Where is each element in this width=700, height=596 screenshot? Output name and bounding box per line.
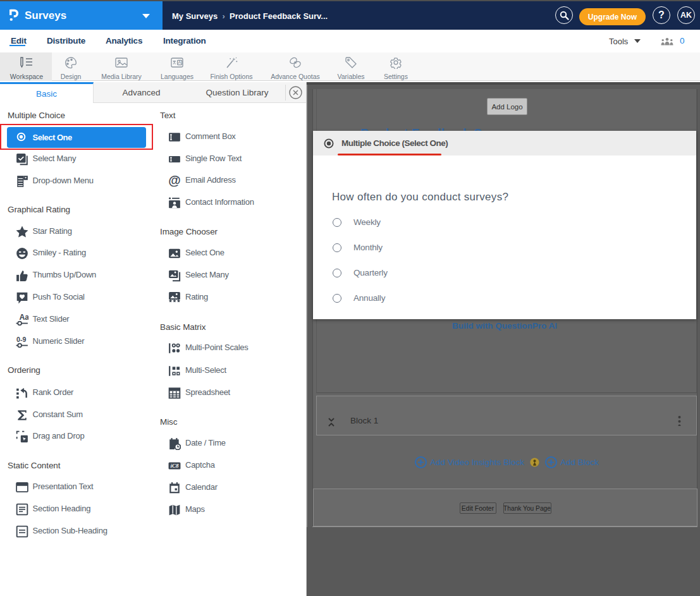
- svg-text:Aa: Aa: [20, 313, 28, 322]
- svg-text:A: A: [178, 59, 181, 65]
- svg-text:0-9: 0-9: [16, 336, 26, 343]
- svg-text:iC8: iC8: [171, 463, 179, 469]
- svg-text:@: @: [168, 174, 181, 187]
